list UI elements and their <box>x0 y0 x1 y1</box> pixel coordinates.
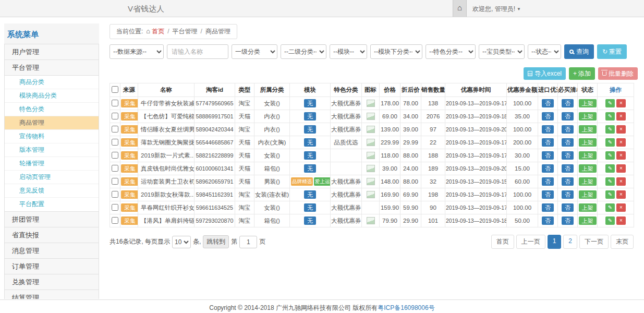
edit-icon[interactable]: ✎ <box>605 151 615 160</box>
import-excel-button[interactable]: 导入excel <box>524 67 566 80</box>
edit-icon[interactable]: ✎ <box>605 112 615 121</box>
sidebar-item-5[interactable]: 订单管理 <box>4 258 99 274</box>
delete-icon[interactable]: × <box>616 216 626 225</box>
sidebar-item-3[interactable]: 省直快报 <box>4 227 99 243</box>
search-button[interactable]: 查询 <box>564 44 594 59</box>
filter-select-5[interactable]: --模块下分类-- <box>370 44 422 59</box>
delete-icon[interactable]: × <box>616 164 626 173</box>
page-button-1[interactable]: 上一页 <box>516 235 545 249</box>
jump-page-input[interactable] <box>239 236 257 248</box>
edit-icon[interactable]: ✎ <box>605 203 615 212</box>
mustbuy-toggle-badge[interactable]: 否 <box>562 216 574 225</box>
sidebar-item-7[interactable]: 结算管理 <box>4 290 99 299</box>
row-checkbox[interactable] <box>112 178 118 185</box>
status-badge[interactable]: 上架 <box>579 216 597 225</box>
import-toggle-badge[interactable]: 否 <box>542 190 554 199</box>
sidebar-subitem-6[interactable]: 轮播管理 <box>5 157 99 171</box>
filter-select-3[interactable]: --二级分类-- <box>281 44 326 59</box>
filter-select-0[interactable]: --数据来源-- <box>110 44 164 59</box>
select-all-checkbox[interactable] <box>112 86 118 93</box>
breadcrumb-home-link[interactable]: 首页 <box>152 28 164 35</box>
mustbuy-toggle-badge[interactable]: 否 <box>562 203 574 212</box>
mustbuy-toggle-badge[interactable]: 否 <box>562 138 574 147</box>
sidebar-subitem-2[interactable]: 特色分类 <box>5 103 99 116</box>
import-toggle-badge[interactable]: 否 <box>542 112 554 121</box>
mustbuy-toggle-badge[interactable]: 否 <box>562 125 574 134</box>
batch-delete-button[interactable]: 批量删除 <box>598 67 638 80</box>
status-badge[interactable]: 上架 <box>579 190 597 199</box>
edit-icon[interactable]: ✎ <box>605 177 615 186</box>
status-badge[interactable]: 上架 <box>579 203 597 212</box>
sidebar-item-2[interactable]: 拼团管理 <box>4 211 99 227</box>
mustbuy-toggle-badge[interactable]: 否 <box>562 99 574 107</box>
reset-button[interactable]: ↻重置 <box>597 44 627 59</box>
jump-button[interactable]: 跳转到 <box>203 235 229 248</box>
status-badge[interactable]: 上架 <box>579 151 597 160</box>
sidebar-item-0[interactable]: 用户管理 <box>4 44 99 60</box>
import-toggle-badge[interactable]: 否 <box>542 177 554 186</box>
icp-link[interactable]: 粤ICP备16098006号 <box>378 304 434 311</box>
filter-select-6[interactable]: --特色分类-- <box>426 44 476 59</box>
page-button-5[interactable]: 末页 <box>611 235 634 249</box>
filter-select-8[interactable]: --状态-- <box>528 44 561 59</box>
import-toggle-badge[interactable]: 否 <box>542 99 554 107</box>
sidebar-subitem-0[interactable]: 商品分类 <box>5 76 99 89</box>
row-checkbox[interactable] <box>112 100 118 106</box>
sidebar-subitem-9[interactable]: 平台配置 <box>5 198 99 211</box>
delete-icon[interactable]: × <box>616 99 626 107</box>
import-toggle-badge[interactable]: 否 <box>542 203 554 212</box>
mustbuy-toggle-badge[interactable]: 否 <box>562 151 574 160</box>
edit-icon[interactable]: ✎ <box>605 125 615 134</box>
delete-icon[interactable]: × <box>616 190 626 199</box>
edit-icon[interactable]: ✎ <box>605 164 615 173</box>
delete-icon[interactable]: × <box>616 203 626 212</box>
page-button-4[interactable]: 下一页 <box>579 235 609 249</box>
sidebar-item-6[interactable]: 兑换管理 <box>4 274 99 290</box>
delete-icon[interactable]: × <box>616 112 626 121</box>
status-badge[interactable]: 上架 <box>579 177 597 186</box>
import-toggle-badge[interactable]: 否 <box>542 151 554 160</box>
edit-icon[interactable]: ✎ <box>605 99 615 107</box>
sidebar-subitem-5[interactable]: 版本管理 <box>5 143 99 157</box>
import-toggle-badge[interactable]: 否 <box>542 138 554 147</box>
add-button[interactable]: +添加 <box>569 67 595 80</box>
page-button-0[interactable]: 首页 <box>491 235 514 249</box>
row-checkbox[interactable] <box>112 204 118 211</box>
status-badge[interactable]: 上架 <box>579 99 597 107</box>
edit-icon[interactable]: ✎ <box>605 216 615 225</box>
delete-icon[interactable]: × <box>616 125 626 134</box>
row-checkbox[interactable] <box>112 139 118 146</box>
sidebar-subitem-4[interactable]: 宣传物料 <box>5 130 99 143</box>
delete-icon[interactable]: × <box>616 138 626 147</box>
row-checkbox[interactable] <box>112 217 118 224</box>
import-toggle-badge[interactable]: 否 <box>542 164 554 173</box>
delete-icon[interactable]: × <box>616 151 626 160</box>
row-checkbox[interactable] <box>112 152 118 159</box>
row-checkbox[interactable] <box>112 126 118 133</box>
sidebar-subitem-7[interactable]: 启动页管理 <box>5 171 99 184</box>
status-badge[interactable]: 上架 <box>579 125 597 134</box>
filter-select-4[interactable]: --模块-- <box>330 44 367 59</box>
filter-select-2[interactable]: 一级分类 <box>232 44 277 59</box>
sidebar-subitem-3[interactable]: 商品管理 <box>5 116 99 130</box>
sidebar-subitem-8[interactable]: 意见反馈 <box>5 184 99 198</box>
mustbuy-toggle-badge[interactable]: 否 <box>562 112 574 121</box>
mustbuy-toggle-badge[interactable]: 否 <box>562 164 574 173</box>
edit-icon[interactable]: ✎ <box>605 190 615 199</box>
import-toggle-badge[interactable]: 否 <box>542 216 554 225</box>
page-size-select[interactable]: 10 <box>172 236 191 248</box>
page-button-3[interactable]: 2 <box>563 235 577 249</box>
row-checkbox[interactable] <box>112 165 118 172</box>
status-badge[interactable]: 上架 <box>579 138 597 147</box>
search-name-input[interactable] <box>167 44 228 59</box>
filter-select-7[interactable]: --宝贝类型-- <box>479 44 525 59</box>
status-badge[interactable]: 上架 <box>579 112 597 121</box>
row-checkbox[interactable] <box>112 191 118 198</box>
row-checkbox[interactable] <box>112 113 118 119</box>
edit-icon[interactable]: ✎ <box>605 138 615 147</box>
sidebar-item-4[interactable]: 消息管理 <box>4 243 99 259</box>
page-button-2[interactable]: 1 <box>548 235 562 249</box>
import-toggle-badge[interactable]: 否 <box>542 125 554 134</box>
sidebar-item-1[interactable]: 平台管理 <box>4 59 99 76</box>
status-badge[interactable]: 上架 <box>579 164 597 173</box>
